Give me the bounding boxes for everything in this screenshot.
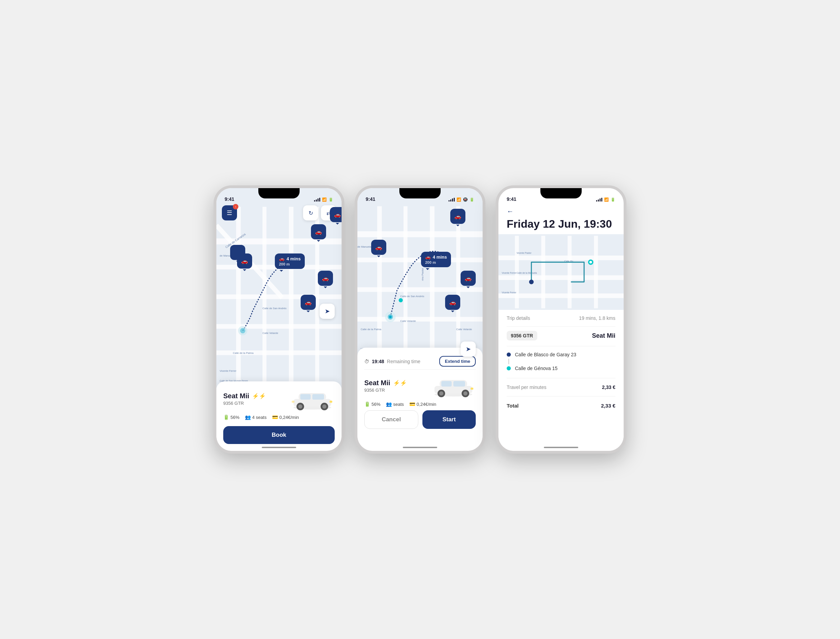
svg-rect-4	[216, 324, 342, 329]
svg-rect-7	[262, 207, 266, 388]
svg-point-26	[298, 404, 302, 409]
phone-3: 9:41 📶 🔋 ← Friday 12 Jun,	[496, 185, 627, 454]
eta-mins-2: 4 mins	[433, 254, 447, 260]
route-row: Calle de Blasco de Garay 23 Calle de Gén…	[507, 350, 616, 372]
navigate-btn-1[interactable]: ➤	[320, 304, 335, 319]
timer-row-2: ⏱ 19:48 Remaining time Extend time	[364, 353, 476, 370]
p3-scroll-content[interactable]: ← Friday 12 Jun, 19:30	[498, 203, 624, 451]
svg-rect-39	[456, 207, 460, 360]
divider-2	[507, 346, 616, 347]
stat-seats-2: 👥 seats	[386, 401, 404, 407]
eta-dist-2: 200 m	[425, 260, 447, 264]
signal-bar-2c	[452, 199, 453, 202]
svg-text:Calle Velarde: Calle Velarde	[262, 332, 278, 335]
svg-rect-67	[594, 236, 598, 308]
stat-seats-1: 👥 4 seats	[245, 415, 267, 420]
cost-label-travel: Travel per minutes	[507, 385, 546, 390]
svg-point-28	[322, 404, 326, 409]
svg-text:Vicente Ferrer: Vicente Ferrer	[502, 291, 517, 294]
home-indicator-2	[403, 447, 437, 448]
car-info-row-2: Seat Mii ⚡⚡ 9356 GTR	[364, 374, 476, 398]
back-btn-3[interactable]: ←	[507, 207, 616, 215]
extend-time-btn[interactable]: Extend time	[439, 356, 476, 367]
car-pin-1f: 🚗	[237, 253, 252, 269]
car-pin-1d: 🚗	[318, 271, 333, 286]
stat-price-2: 💳 0,24€/min	[409, 401, 436, 407]
car-pin-1e: 🚗	[301, 295, 316, 310]
total-label: Total	[507, 403, 519, 409]
signal-bar-4	[319, 198, 320, 202]
seats-stat-icon-1: 👥	[245, 415, 251, 420]
svg-point-56	[439, 391, 443, 396]
svg-point-75	[589, 261, 592, 264]
alert-badge-1: !	[233, 204, 239, 210]
btn-row-2: Cancel Start	[364, 410, 476, 429]
home-indicator-3	[544, 447, 578, 448]
status-time-3: 9:41	[507, 196, 516, 202]
battery-stat-icon-1: 🔋	[223, 415, 229, 420]
signal-bar-2d	[454, 198, 455, 202]
svg-rect-24	[312, 394, 324, 400]
total-val: 2,33 €	[601, 403, 616, 409]
bilbao-icon: 🚇	[463, 197, 468, 202]
divider-3	[507, 378, 616, 378]
status-icons-3: 📶 🔋	[596, 197, 616, 202]
p3-trip-row: Trip details 19 mins, 1.8 kms	[507, 315, 616, 321]
svg-rect-8	[289, 207, 293, 388]
p3-header: ← Friday 12 Jun, 19:30	[498, 203, 624, 234]
cost-val-travel: 2,33 €	[602, 385, 616, 390]
svg-rect-36	[377, 207, 382, 360]
car-pin-2d: 🚗	[445, 295, 460, 310]
car-pin-2c: 🚗	[461, 271, 476, 286]
card-bottom-2: ⏱ 19:48 Remaining time Extend time Seat …	[357, 348, 483, 451]
battery-icon-2: 🔋	[469, 197, 474, 202]
signal-bar-3d	[601, 198, 602, 202]
navigate-btn-2[interactable]: ➤	[461, 342, 476, 357]
electric-icon-1: ⚡⚡	[252, 393, 266, 399]
notch-3	[540, 188, 582, 199]
menu-btn-container-1: ☰ !	[222, 205, 237, 221]
divider-4	[507, 396, 616, 397]
cancel-btn-2[interactable]: Cancel	[364, 410, 418, 429]
svg-rect-35	[357, 317, 483, 321]
signal-bar-3c	[600, 199, 601, 202]
car-plate-1: 9356 GTR	[223, 401, 266, 406]
svg-text:Calle Velarde: Calle Velarde	[456, 328, 472, 331]
svg-text:Calle de San Andrés: Calle de San Andrés	[262, 307, 286, 310]
car-name-2: Seat Mii ⚡⚡	[364, 379, 407, 387]
signal-bar-1	[314, 200, 315, 202]
svg-rect-32	[357, 231, 483, 237]
route-from-label: Calle de Blasco de Garay 23	[515, 352, 576, 357]
svg-text:Calle de la Palma: Calle de la Palma	[233, 351, 254, 354]
timer-time-2: 19:48	[372, 359, 384, 364]
car-image-1	[290, 387, 335, 411]
status-time-2: 9:41	[366, 196, 375, 202]
status-time-1: 9:41	[224, 196, 234, 202]
p3-details: Trip details 19 mins, 1.8 kms 9356 GTR S…	[498, 310, 624, 416]
svg-rect-54	[453, 381, 465, 386]
p3-title: Friday 12 Jun, 19:30	[507, 218, 616, 230]
car-icon-eta-1: 🚗	[279, 256, 285, 261]
svg-rect-33	[357, 258, 483, 262]
divider-1	[507, 326, 616, 327]
signal-bar-3b	[598, 199, 599, 202]
car-plate-2: 9356 GTR	[364, 388, 407, 393]
status-icons-2: 📶 🚇 🔋	[449, 197, 474, 202]
book-button-1[interactable]: Book	[223, 426, 335, 444]
car-pin-1b: 🚗	[330, 207, 342, 222]
svg-point-19	[240, 328, 245, 333]
start-btn-2[interactable]: Start	[422, 410, 476, 429]
total-row: Total 2,33 €	[507, 401, 616, 411]
card-bottom-1: Seat Mii ⚡⚡ 9356 GTR	[216, 381, 342, 451]
svg-point-58	[463, 391, 468, 396]
refresh-btn-1[interactable]: ↻	[303, 205, 318, 221]
status-icons-1: 📶 🔋	[314, 197, 333, 202]
svg-point-73	[529, 280, 533, 284]
route-dot-to	[507, 366, 511, 370]
stat-battery-1: 🔋 56%	[223, 415, 239, 420]
car-pin-1a: 🚗	[311, 224, 326, 239]
p3-map: Vicente Pastor Calle de la Manuela Vicen…	[498, 234, 624, 310]
price-stat-icon-2: 💳	[409, 401, 415, 407]
stat-battery-2: 🔋 56%	[364, 401, 380, 407]
eta-mins-1: 4 mins	[286, 256, 301, 261]
